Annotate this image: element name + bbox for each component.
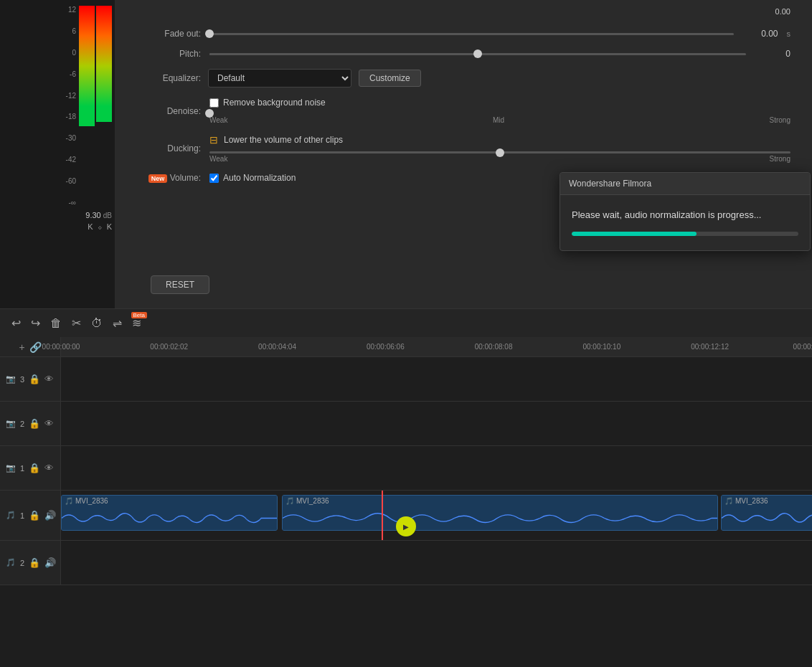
vu-meter: 12 6 0 -6 -12 -18 -30 -42 -60 -∞ bbox=[0, 0, 115, 308]
clip-3-name: MVI_2836 bbox=[735, 497, 768, 505]
denoise-label: Denoise: bbox=[136, 106, 201, 116]
camera-icon-v1: 📷 bbox=[6, 463, 16, 473]
vu-keyframe-prev[interactable]: K bbox=[88, 222, 93, 231]
music-note-3: 🎵 bbox=[724, 497, 733, 505]
denoise-section: Remove background noise Weak Mid Strong bbox=[209, 98, 790, 124]
denoise-marks: Weak Mid Strong bbox=[209, 116, 790, 124]
lock-icon-v1[interactable]: 🔒 bbox=[29, 463, 40, 473]
redo-icon[interactable]: ↪ bbox=[31, 316, 40, 330]
timeline-toolbar: ↩ ↪ 🗑 ✂ ⏱ ⇌ ≋ Beta bbox=[0, 308, 812, 337]
track-a2-controls: 🎵 2 🔒 🔊 bbox=[0, 541, 61, 585]
ruler-mark-6: 00:00:12:12 bbox=[691, 343, 729, 351]
reset-button[interactable]: RESET bbox=[151, 275, 209, 294]
eye-icon-v3[interactable]: 👁 bbox=[44, 374, 54, 384]
track-a2-content bbox=[61, 541, 812, 585]
waveform-icon[interactable]: ≋ Beta bbox=[132, 316, 141, 330]
camera-icon-v2: 📷 bbox=[6, 419, 16, 428]
pitch-value: 0 bbox=[755, 49, 790, 59]
vu-controls: K ⬦ K bbox=[88, 222, 112, 231]
pitch-slider[interactable] bbox=[209, 53, 746, 55]
clip-1-wave bbox=[62, 506, 277, 530]
equalizer-row: Equalizer: Default Customize bbox=[136, 69, 790, 87]
clip-3-wave bbox=[722, 506, 812, 530]
eye-icon-v2[interactable]: 👁 bbox=[44, 418, 54, 429]
pitch-track[interactable] bbox=[209, 53, 746, 55]
dialog-title: Wondershare Filmora bbox=[569, 179, 651, 189]
lock-icon-v2[interactable]: 🔒 bbox=[29, 418, 40, 429]
audio-settings-panel: 12 6 0 -6 -12 -18 -30 -42 -60 -∞ bbox=[0, 0, 812, 308]
lock-icon-v3[interactable]: 🔒 bbox=[29, 374, 40, 384]
track-v2-controls: 📷 2 🔒 👁 bbox=[0, 402, 61, 445]
add-track-icon[interactable]: + bbox=[19, 341, 24, 353]
volume-label: New Volume: bbox=[136, 173, 201, 183]
vu-keyframe-add[interactable]: ⬦ bbox=[98, 222, 103, 231]
volume-icon-a2[interactable]: 🔊 bbox=[44, 557, 56, 568]
clip-1-name: MVI_2836 bbox=[75, 497, 108, 505]
denoise-row: Denoise: Remove background noise Weak Mi… bbox=[136, 98, 790, 124]
camera-icon-v3: 📷 bbox=[6, 374, 16, 384]
ducking-thumb[interactable] bbox=[496, 148, 504, 157]
fade-out-thumb[interactable] bbox=[205, 29, 214, 38]
vu-keyframe-next[interactable]: K bbox=[107, 222, 112, 231]
ducking-option: ⊟ Lower the volume of other clips bbox=[209, 134, 790, 146]
denoise-thumb[interactable] bbox=[205, 109, 214, 118]
ruler-mark-3: 00:00:06:06 bbox=[367, 343, 405, 351]
ducking-track[interactable] bbox=[209, 151, 790, 153]
new-badge: New bbox=[148, 174, 168, 183]
volume-icon-a1[interactable]: 🔊 bbox=[44, 510, 56, 521]
pitch-row: Pitch: 0 bbox=[136, 49, 790, 59]
fade-out-track[interactable] bbox=[209, 33, 734, 35]
clock-icon[interactable]: ⏱ bbox=[91, 317, 103, 330]
magnet-icon[interactable]: 🔗 bbox=[29, 341, 42, 353]
ducking-row: Ducking: ⊟ Lower the volume of other cli… bbox=[136, 134, 790, 163]
tracks-area: 📷 3 🔒 👁 📷 2 🔒 👁 📷 1 🔒 👁 bbox=[0, 357, 812, 667]
music-icon-a2: 🎵 bbox=[6, 558, 16, 567]
pitch-thumb[interactable] bbox=[473, 49, 482, 58]
playhead-line: ▶ bbox=[382, 491, 383, 540]
cursor-dot: ▶ bbox=[396, 516, 416, 536]
audio-clip-3[interactable]: 🎵 MVI_2836 bbox=[721, 495, 812, 531]
ruler-mark-5: 00:00:10:10 bbox=[582, 343, 620, 351]
eye-icon-v1[interactable]: 👁 bbox=[44, 463, 54, 473]
equalizer-label: Equalizer: bbox=[136, 73, 201, 83]
fade-out-value: 0.00 bbox=[742, 29, 778, 39]
music-note-1: 🎵 bbox=[65, 497, 73, 505]
adjust-icon[interactable]: ⇌ bbox=[113, 316, 122, 330]
fade-out-slider[interactable] bbox=[209, 33, 734, 35]
ruler-mark-4: 00:00:08:08 bbox=[475, 343, 513, 351]
progress-bar-background bbox=[572, 232, 798, 236]
track-v3: 📷 3 🔒 👁 bbox=[0, 357, 812, 402]
track-a2: 🎵 2 🔒 🔊 bbox=[0, 541, 812, 585]
track-v2-content bbox=[61, 402, 812, 445]
timeline-area: + 🔗 00:00:00:00 00:00:02:02 00:00:04:04 … bbox=[0, 337, 812, 667]
auto-normalization-checkbox[interactable] bbox=[209, 174, 219, 183]
audio-clip-1[interactable]: 🎵 MVI_2836 bbox=[61, 495, 278, 531]
track-a1-controls: 🎵 1 🔒 🔊 bbox=[0, 491, 61, 540]
progress-bar-fill bbox=[572, 232, 697, 236]
ruler-marks: 00:00:00:00 00:00:02:02 00:00:04:04 00:0… bbox=[61, 337, 812, 356]
customize-button[interactable]: Customize bbox=[359, 70, 421, 87]
vu-bar-right bbox=[96, 6, 112, 207]
equalizer-select[interactable]: Default bbox=[208, 69, 351, 87]
pitch-label: Pitch: bbox=[136, 49, 201, 59]
timeline-ruler: + 🔗 00:00:00:00 00:00:02:02 00:00:04:04 … bbox=[0, 337, 812, 357]
delete-icon[interactable]: 🗑 bbox=[50, 317, 62, 330]
remove-bg-noise-label[interactable]: Remove background noise bbox=[209, 98, 790, 108]
track-v1-content bbox=[61, 446, 812, 490]
settings-panel: 0.00 Fade out: 0.00 s Pitch: 0 bbox=[115, 0, 812, 308]
dialog-title-bar: Wondershare Filmora bbox=[560, 173, 810, 195]
music-icon-a1: 🎵 bbox=[6, 511, 16, 520]
scissors-icon[interactable]: ✂ bbox=[72, 316, 81, 330]
audio-normalization-dialog[interactable]: Wondershare Filmora Please wait, audio n… bbox=[560, 172, 811, 251]
remove-bg-noise-checkbox[interactable] bbox=[209, 98, 219, 108]
audio-clip-2[interactable]: 🎵 MVI_2836 bbox=[282, 495, 718, 531]
ducking-text: Lower the volume of other clips bbox=[224, 135, 343, 145]
vu-bars bbox=[79, 6, 112, 207]
lock-icon-a2[interactable]: 🔒 bbox=[29, 557, 40, 568]
auto-normalization-label[interactable]: Auto Normalization bbox=[209, 173, 296, 183]
ducking-label: Ducking: bbox=[136, 143, 201, 153]
undo-icon[interactable]: ↩ bbox=[11, 316, 21, 330]
fade-out-label: Fade out: bbox=[136, 29, 201, 39]
clip-2-name: MVI_2836 bbox=[296, 497, 329, 505]
lock-icon-a1[interactable]: 🔒 bbox=[29, 510, 40, 521]
